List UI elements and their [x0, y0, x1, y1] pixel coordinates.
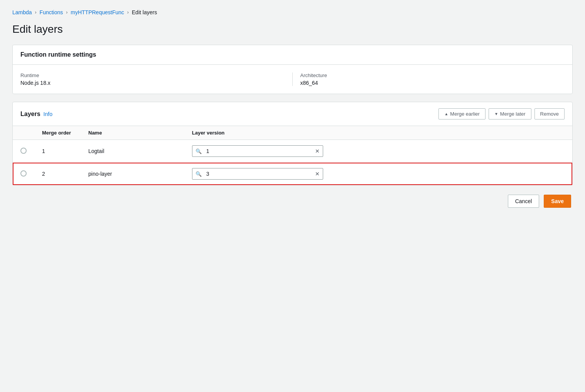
row-name-2: pino-layer [81, 163, 184, 185]
merge-later-label: Merge later [500, 111, 526, 117]
breadcrumb-sep-1: › [35, 10, 37, 15]
architecture-value: x86_64 [300, 80, 565, 86]
row-version-cell-2: 🔍 ✕ [184, 163, 572, 185]
col-merge-order: Merge order [34, 126, 81, 140]
save-button[interactable]: Save [544, 195, 571, 208]
search-icon-1: 🔍 [192, 148, 205, 154]
version-clear-2[interactable]: ✕ [312, 171, 323, 177]
merge-later-icon: ▼ [494, 112, 498, 116]
merge-earlier-icon: ▲ [444, 112, 448, 116]
layers-title: Layers [20, 111, 40, 118]
layers-actions: ▲ Merge earlier ▼ Merge later Remove [438, 108, 565, 119]
row-name-1: Logtail [81, 140, 184, 163]
row-merge-order-1: 1 [34, 140, 81, 163]
row-radio-2[interactable] [20, 170, 27, 177]
remove-button[interactable]: Remove [534, 108, 565, 119]
layers-card: Layers Info ▲ Merge earlier ▼ Merge late… [12, 102, 573, 185]
breadcrumb-functions[interactable]: Functions [40, 9, 63, 15]
breadcrumb-lambda[interactable]: Lambda [12, 9, 32, 15]
layers-title-group: Layers Info [20, 111, 52, 118]
row-radio-1[interactable] [20, 148, 27, 154]
table-row: 2 pino-layer 🔍 ✕ [13, 163, 572, 185]
runtime-settings-card: Function runtime settings Runtime Node.j… [12, 45, 573, 94]
col-select [13, 126, 34, 140]
version-input-2[interactable] [205, 168, 312, 179]
col-layer-version: Layer version [184, 126, 572, 140]
layers-table: Merge order Name Layer version 1 Logtail… [13, 126, 572, 185]
breadcrumb-function-name[interactable]: myHTTPRequestFunc [71, 9, 124, 15]
row-merge-order-2: 2 [34, 163, 81, 185]
info-link[interactable]: Info [44, 111, 52, 117]
version-input-wrapper-1: 🔍 ✕ [192, 145, 323, 157]
col-name: Name [81, 126, 184, 140]
merge-earlier-button[interactable]: ▲ Merge earlier [438, 108, 486, 119]
merge-later-button[interactable]: ▼ Merge later [489, 108, 531, 119]
layers-card-header: Layers Info ▲ Merge earlier ▼ Merge late… [13, 102, 572, 126]
architecture-cell: Architecture x86_64 [293, 72, 565, 86]
search-icon-2: 🔍 [192, 171, 205, 177]
row-radio-cell-1 [13, 140, 34, 163]
breadcrumb-sep-2: › [66, 10, 67, 15]
version-input-wrapper-2: 🔍 ✕ [192, 168, 323, 180]
page-footer: Cancel Save [12, 195, 573, 208]
runtime-card-header: Function runtime settings [13, 45, 572, 65]
table-row: 1 Logtail 🔍 ✕ [13, 140, 572, 163]
runtime-cell: Runtime Node.js 18.x [20, 72, 293, 86]
breadcrumb-current: Edit layers [132, 9, 157, 15]
row-version-cell-1: 🔍 ✕ [184, 140, 572, 163]
merge-earlier-label: Merge earlier [450, 111, 480, 117]
architecture-label: Architecture [300, 72, 565, 78]
version-clear-1[interactable]: ✕ [312, 148, 323, 154]
page-title: Edit layers [12, 23, 573, 35]
runtime-value: Node.js 18.x [20, 80, 285, 86]
version-input-1[interactable] [205, 146, 312, 156]
breadcrumb-sep-3: › [127, 10, 129, 15]
runtime-label: Runtime [20, 72, 285, 78]
row-radio-cell-2 [13, 163, 34, 185]
cancel-button[interactable]: Cancel [508, 195, 539, 208]
breadcrumb: Lambda › Functions › myHTTPRequestFunc ›… [12, 9, 573, 15]
table-header-row: Merge order Name Layer version [13, 126, 572, 140]
remove-label: Remove [540, 111, 559, 117]
